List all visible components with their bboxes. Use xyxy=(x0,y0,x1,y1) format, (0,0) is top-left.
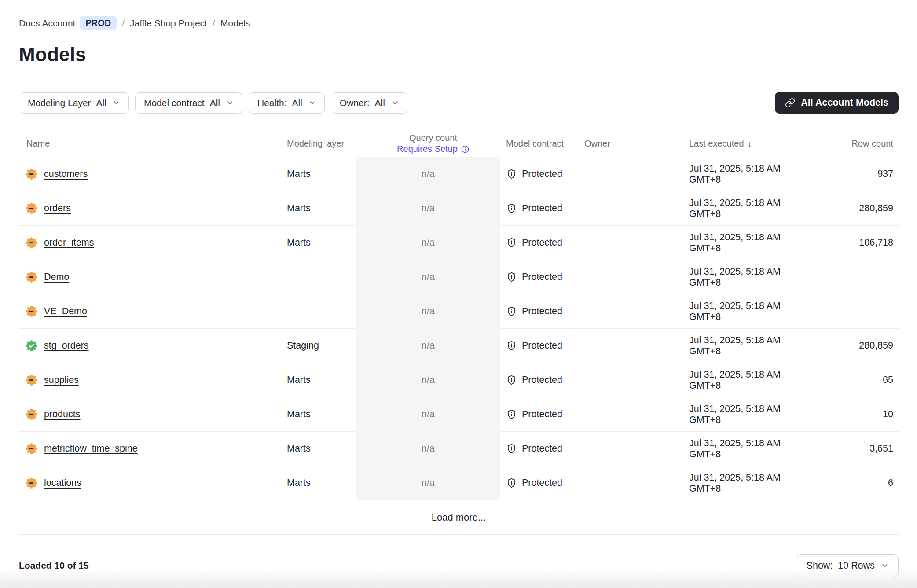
table-row: VE_Demo n/a Protected Jul 31, 2025, 5:18… xyxy=(19,294,899,328)
model-name-link[interactable]: stg_orders xyxy=(44,340,89,351)
last-executed-cell: Jul 31, 2025, 5:18 AM GMT+8 xyxy=(689,294,814,328)
model-name-link[interactable]: order_items xyxy=(44,237,94,248)
shield-protected-icon xyxy=(506,443,517,454)
chevron-down-icon xyxy=(113,99,120,107)
table-header: Name Modeling layer Query count Requires… xyxy=(19,130,899,157)
model-contract-cell: Protected xyxy=(500,260,584,294)
modeling-layer-cell: Staging xyxy=(287,328,356,363)
all-account-models-button[interactable]: All Account Models xyxy=(775,92,899,114)
modeling-layer-cell: Marts xyxy=(287,466,356,500)
table-row: customers Marts n/a Protected Jul 31, 20… xyxy=(19,157,899,191)
modeling-layer-cell: Marts xyxy=(287,431,356,466)
name-cell: orders xyxy=(19,191,287,225)
query-count-cell: n/a xyxy=(356,328,500,363)
filter-owner[interactable]: Owner: All xyxy=(331,92,407,114)
requires-setup-link[interactable]: Requires Setup xyxy=(397,144,470,154)
filter-label: Owner: xyxy=(340,98,370,108)
breadcrumb-account[interactable]: Docs Account xyxy=(19,18,75,29)
table-body: customers Marts n/a Protected Jul 31, 20… xyxy=(19,157,899,500)
breadcrumb-project[interactable]: Jaffle Shop Project xyxy=(130,18,207,29)
row-count-cell: 65 xyxy=(814,363,899,397)
owner-cell xyxy=(584,260,689,294)
column-header-last-executed[interactable]: Last executed ↓ xyxy=(689,130,814,157)
breadcrumb-separator: / xyxy=(122,18,125,29)
load-more-button[interactable]: Load more... xyxy=(432,512,486,523)
filter-label: Modeling Layer xyxy=(28,98,91,108)
health-warning-icon xyxy=(26,443,37,455)
shield-protected-icon xyxy=(506,340,517,351)
column-header-modeling-layer[interactable]: Modeling layer xyxy=(287,130,356,157)
row-count-cell: 937 xyxy=(814,157,899,191)
breadcrumb: Docs Account PROD / Jaffle Shop Project … xyxy=(0,0,917,30)
model-name-link[interactable]: customers xyxy=(44,169,88,180)
page-title: Models xyxy=(0,30,917,66)
shield-protected-icon xyxy=(506,272,517,283)
model-name-link[interactable]: products xyxy=(44,409,80,420)
chevron-down-icon xyxy=(391,99,399,107)
owner-cell xyxy=(584,363,689,397)
show-value: 10 Rows xyxy=(838,560,875,571)
link-icon xyxy=(785,98,795,108)
health-warning-icon xyxy=(26,305,37,317)
column-header-owner[interactable]: Owner xyxy=(584,130,689,157)
table-footer: Loaded 10 of 15 Show: 10 Rows xyxy=(0,554,917,577)
column-header-query-count: Query count Requires Setup xyxy=(356,130,500,157)
table-row: Demo n/a Protected Jul 31, 2025, 5:18 AM… xyxy=(19,260,899,294)
query-count-cell: n/a xyxy=(356,397,500,431)
modeling-layer-cell: Marts xyxy=(287,191,356,225)
query-count-cell: n/a xyxy=(356,294,500,328)
chevron-down-icon xyxy=(881,562,889,570)
row-count-cell: 10 xyxy=(814,397,899,431)
row-count-cell: 6 xyxy=(814,466,899,500)
last-executed-cell: Jul 31, 2025, 5:18 AM GMT+8 xyxy=(689,328,814,363)
last-executed-label: Last executed xyxy=(689,139,744,149)
modeling-layer-cell: Marts xyxy=(287,157,356,191)
shield-protected-icon xyxy=(506,478,517,489)
model-contract-label: Protected xyxy=(522,409,562,420)
column-header-model-contract[interactable]: Model contract xyxy=(500,130,584,157)
model-name-link[interactable]: Demo xyxy=(44,272,69,283)
name-cell: supplies xyxy=(19,363,287,397)
query-count-cell: n/a xyxy=(356,466,500,500)
owner-cell xyxy=(584,328,689,363)
requires-setup-label: Requires Setup xyxy=(397,144,458,154)
model-contract-label: Protected xyxy=(522,443,562,454)
column-header-row-count[interactable]: Row count xyxy=(814,130,899,157)
table-row: stg_orders Staging n/a Protected Jul 31,… xyxy=(19,328,899,363)
filter-modeling-layer[interactable]: Modeling Layer All xyxy=(19,92,129,114)
owner-cell xyxy=(584,397,689,431)
rows-per-page-select[interactable]: Show: 10 Rows xyxy=(797,554,899,577)
row-count-cell: 280,859 xyxy=(814,328,899,363)
table-row: locations Marts n/a Protected Jul 31, 20… xyxy=(19,466,899,500)
filter-label: Health: xyxy=(257,98,287,108)
name-cell: stg_orders xyxy=(19,328,287,363)
shield-protected-icon xyxy=(506,237,517,248)
table-row: order_items Marts n/a Protected Jul 31, … xyxy=(19,225,899,260)
filter-model-contract[interactable]: Model contract All xyxy=(135,92,242,114)
name-cell: VE_Demo xyxy=(19,294,287,328)
owner-cell xyxy=(584,191,689,225)
query-count-cell: n/a xyxy=(356,225,500,260)
model-name-link[interactable]: metricflow_time_spine xyxy=(44,443,138,454)
health-warning-icon xyxy=(26,271,37,283)
model-name-link[interactable]: locations xyxy=(44,478,81,489)
sort-descending-icon[interactable]: ↓ xyxy=(748,139,752,149)
query-count-cell: n/a xyxy=(356,363,500,397)
filter-value: All xyxy=(375,98,385,108)
model-name-link[interactable]: supplies xyxy=(44,375,79,386)
info-icon[interactable] xyxy=(461,145,470,154)
model-contract-label: Protected xyxy=(522,306,562,317)
column-header-name[interactable]: Name xyxy=(19,130,287,157)
model-name-link[interactable]: VE_Demo xyxy=(44,306,87,317)
model-name-link[interactable]: orders xyxy=(44,203,71,214)
modeling-layer-cell xyxy=(287,260,356,294)
model-contract-cell: Protected xyxy=(500,328,584,363)
breadcrumb-current: Models xyxy=(220,18,250,29)
owner-cell xyxy=(584,431,689,466)
model-contract-cell: Protected xyxy=(500,363,584,397)
last-executed-cell: Jul 31, 2025, 5:18 AM GMT+8 xyxy=(689,466,814,500)
health-warning-icon xyxy=(26,408,37,420)
breadcrumb-separator: / xyxy=(213,18,215,29)
filter-health[interactable]: Health: All xyxy=(249,92,325,114)
all-account-models-label: All Account Models xyxy=(801,97,888,108)
